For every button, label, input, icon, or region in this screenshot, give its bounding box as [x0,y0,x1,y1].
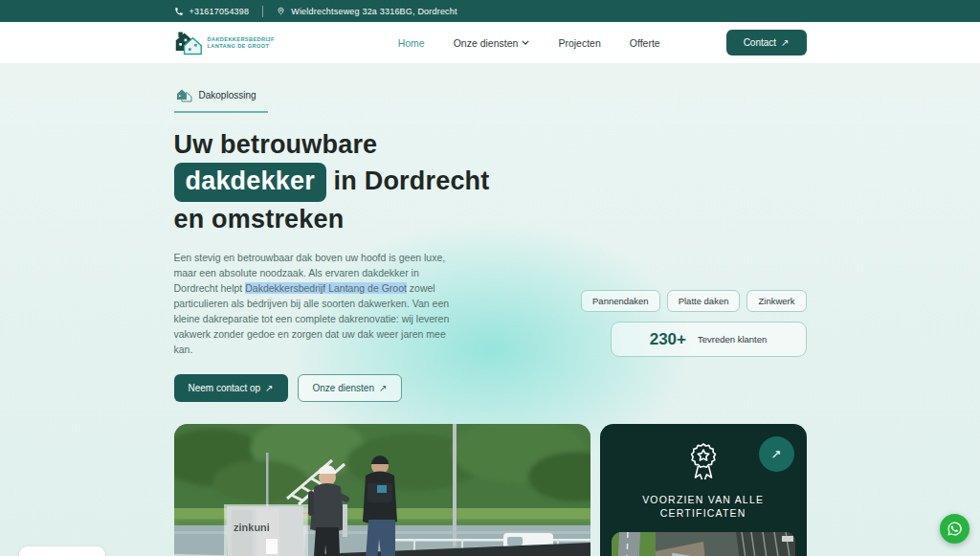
topbar: +31617054398 Wieldrechtseweg 32a 3316BG,… [0,0,980,22]
title-highlight-box: dakdekker [174,163,326,202]
stats-label: Tevreden klanten [698,334,767,345]
arrow-up-right-icon: ↗ [265,383,273,393]
brand-name-line1: DAKDEKKERSBEDRIJF [208,36,275,43]
onze-diensten-button[interactable]: Onze diensten ↗ [298,374,403,402]
certificates-card-title: VOORZIEN VAN ALLE CERTIFICATEN [627,493,780,520]
hero-photo-roofers: zinkuni [174,424,590,556]
tag-platte-daken[interactable]: Platte daken [667,290,741,312]
roofers-photo-illustration: zinkuni [174,424,590,556]
location-pin-icon [277,6,285,16]
navbar: DAKDEKKERSBEDRIJF LANTANG DE GROOT Home … [0,22,980,63]
certificates-card: ↗ VOORZIEN VAN ALLE CERTIFICATEN [600,424,807,556]
brand-logo[interactable]: DAKDEKKERSBEDRIJF LANTANG DE GROOT [174,30,275,56]
hero-section: Dakoplossing Uw betrouwbare dakdekker in… [0,63,980,556]
neem-contact-op-button[interactable]: Neem contact op ↗ [174,374,288,402]
certificates-link-button[interactable]: ↗ [759,436,794,472]
satisfied-customers-badge: 230+ Tevreden klanten [611,322,807,357]
selected-text: Dakdekkersbedrijf Lantang de Groot [245,282,407,294]
stats-value: 230+ [650,330,686,349]
arrow-up-right-icon: ↗ [771,447,782,461]
topbar-address-text: Wieldrechtseweg 32a 3316BG, Dordrecht [291,7,457,16]
bottom-left-popup-partial[interactable] [19,546,105,556]
aerial-photo-illustration [612,532,795,556]
topbar-address[interactable]: Wieldrechtseweg 32a 3316BG, Dordrecht [277,6,457,16]
nav-item-home[interactable]: Home [398,37,425,49]
phone-icon [174,7,184,16]
whatsapp-icon [947,521,963,537]
hero-badge: Dakoplossing [174,88,268,113]
nav-item-onze-diensten[interactable]: Onze diensten [454,37,530,49]
tag-zinkwerk[interactable]: Zinkwerk [746,290,806,312]
whatsapp-button[interactable] [940,514,969,544]
hero-badge-label: Dakoplossing [199,90,256,100]
brand-houses-icon [174,30,203,56]
chevron-down-icon [522,40,529,45]
arrow-up-right-icon: ↗ [379,383,387,393]
page-title: Uw betrouwbare dakdekker in Dordrecht en… [174,127,807,237]
contact-button[interactable]: Contact ↗ [726,30,807,56]
arrow-up-right-icon: ↗ [781,37,789,48]
tag-pannendaken[interactable]: Pannendaken [581,290,660,312]
topbar-phone[interactable]: +31617054398 [174,7,250,16]
nav-item-projecten[interactable]: Projecten [558,37,600,49]
brand-name-line2: LANTANG DE GROOT [208,43,275,50]
badge-houses-icon [176,88,192,102]
topbar-phone-text: +31617054398 [189,7,250,16]
main-menu: Home Onze diensten Projecten Offerte [398,37,660,49]
service-tags: Pannendaken Platte daken Zinkwerk [611,290,807,312]
certificate-rosette-icon [685,441,722,481]
aerial-photo [612,532,795,556]
topbar-divider [262,6,263,17]
nav-item-offerte[interactable]: Offerte [630,37,660,49]
svg-text:zinkuni: zinkuni [234,522,270,533]
hero-paragraph: Een stevig en betrouwbaar dak boven uw h… [174,250,461,357]
